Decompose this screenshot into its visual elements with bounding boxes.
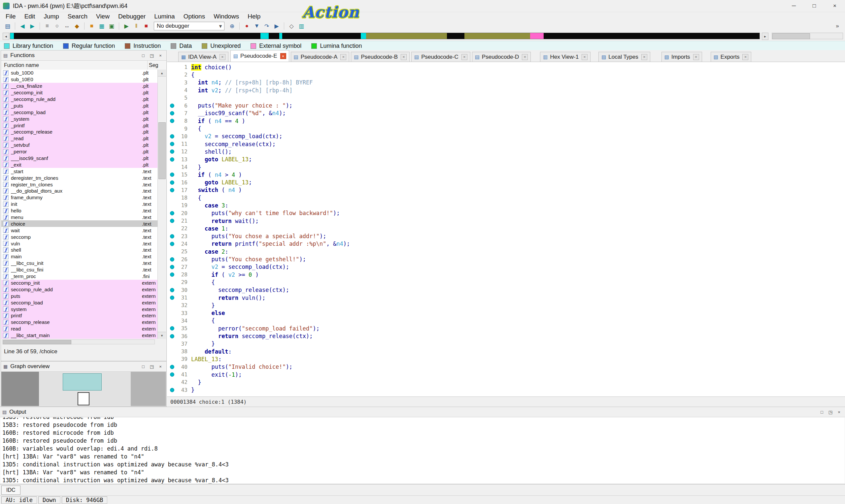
breakpoint-gutter[interactable] — [167, 340, 177, 348]
graph-overview-content[interactable] — [1, 372, 166, 406]
menu-item-options[interactable]: Options — [179, 12, 209, 21]
breakpoint-gutter[interactable] — [167, 363, 177, 371]
panel-close-icon[interactable]: × — [835, 409, 843, 415]
breakpoint-icon[interactable]: ● — [242, 22, 251, 30]
panel-float-icon[interactable]: ◳ — [148, 52, 156, 59]
tab-pseudocode-b[interactable]: ▤Pseudocode-B× — [351, 52, 410, 62]
panel-close-icon[interactable]: × — [157, 52, 164, 59]
function-row[interactable]: ƒvuln.text — [1, 240, 158, 247]
panel-maximize-icon[interactable]: □ — [140, 363, 147, 370]
breakpoint-gutter[interactable] — [167, 117, 177, 125]
breakpoint-gutter[interactable] — [167, 102, 177, 109]
breakpoint-gutter[interactable] — [167, 332, 177, 340]
breakpoint-dot[interactable] — [170, 334, 174, 338]
breakpoint-gutter[interactable] — [167, 94, 177, 102]
function-row[interactable]: ƒchoice.text — [1, 220, 158, 227]
function-row[interactable]: ƒframe_dummy.text — [1, 194, 158, 201]
console-input[interactable] — [23, 486, 842, 494]
breakpoint-dot[interactable] — [170, 104, 174, 108]
function-row[interactable]: ƒseccomp_initextern — [1, 280, 158, 286]
breakpoint-dot[interactable] — [170, 234, 174, 238]
function-row[interactable]: ƒ_system.plt — [1, 115, 158, 122]
function-row[interactable]: ƒ_seccomp_release.plt — [1, 129, 158, 135]
breakpoint-dot[interactable] — [170, 157, 174, 162]
breakpoint-gutter[interactable] — [167, 86, 177, 94]
tab-close-icon[interactable]: × — [522, 54, 528, 60]
forward-icon[interactable]: ▶ — [28, 22, 37, 30]
panel-float-icon[interactable]: ◳ — [827, 409, 834, 415]
panel-maximize-icon[interactable]: □ — [140, 52, 147, 59]
function-row[interactable]: ƒ_puts.plt — [1, 102, 158, 109]
hex-view-icon[interactable]: ▥ — [297, 22, 306, 30]
function-row[interactable]: ƒderegister_tm_clones.text — [1, 175, 158, 181]
function-row[interactable]: ƒ__libc_start_mainextern — [1, 332, 158, 339]
breakpoint-gutter[interactable] — [167, 148, 177, 155]
function-row[interactable]: ƒshell.text — [1, 247, 158, 253]
function-row[interactable]: ƒsub_10D0.plt — [1, 70, 158, 76]
function-row[interactable]: ƒmain.text — [1, 253, 158, 260]
function-row[interactable]: ƒ_setvbuf.plt — [1, 142, 158, 148]
pause-process-icon[interactable]: ‖ — [132, 22, 141, 30]
function-row[interactable]: ƒ_seccomp_rule_add.plt — [1, 96, 158, 103]
calculator-icon[interactable]: ▦ — [97, 22, 106, 30]
breakpoint-gutter[interactable] — [167, 125, 177, 132]
breakpoint-gutter[interactable] — [167, 240, 177, 248]
breakpoint-dot[interactable] — [170, 219, 174, 223]
panel-maximize-icon[interactable]: □ — [818, 409, 826, 415]
breakpoint-dot[interactable] — [170, 134, 174, 139]
menu-item-file[interactable]: File — [1, 12, 20, 21]
breakpoint-dot[interactable] — [170, 149, 174, 154]
function-row[interactable]: ƒinit.text — [1, 201, 158, 208]
menu-item-edit[interactable]: Edit — [20, 12, 40, 21]
console-selector-button[interactable]: IDC — [1, 486, 20, 495]
tab-close-icon[interactable]: × — [461, 54, 468, 60]
app-icon[interactable] — [3, 3, 10, 9]
breakpoint-gutter[interactable] — [167, 278, 177, 286]
functions-hscrollbar-thumb[interactable] — [3, 340, 71, 344]
function-row[interactable]: ƒseccomp_rule_addextern — [1, 286, 158, 292]
menu-item-windows[interactable]: Windows — [209, 12, 243, 21]
run-to-cursor-icon[interactable]: ▶ — [272, 22, 281, 30]
breakpoint-gutter[interactable] — [167, 109, 177, 117]
function-row[interactable]: ƒ__libc_csu_init.text — [1, 260, 158, 267]
breakpoint-gutter[interactable] — [167, 224, 177, 232]
breakpoint-dot[interactable] — [170, 111, 174, 115]
tab-local-types[interactable]: ▨Local Types× — [598, 52, 650, 62]
panel-float-icon[interactable]: ◳ — [148, 363, 156, 370]
tab-pseudocode-c[interactable]: ▤Pseudocode-C× — [411, 52, 470, 62]
minimize-button[interactable]: ─ — [784, 0, 804, 12]
breakpoint-gutter[interactable] — [167, 79, 177, 86]
navigation-band[interactable] — [10, 33, 760, 39]
breakpoint-gutter[interactable] — [167, 325, 177, 332]
tab-close-icon[interactable]: × — [340, 54, 346, 60]
breakpoint-gutter[interactable] — [167, 271, 177, 278]
breakpoint-gutter[interactable] — [167, 156, 177, 163]
breakpoint-gutter[interactable] — [167, 201, 177, 209]
tab-imports[interactable]: ▧Imports× — [662, 52, 702, 62]
breakpoint-dot[interactable] — [170, 211, 174, 215]
function-row[interactable]: ƒ_term_proc.fini — [1, 273, 158, 280]
functions-scrollbar-horizontal[interactable] — [2, 339, 155, 344]
maximize-button[interactable]: □ — [804, 0, 825, 12]
breakpoint-gutter[interactable] — [167, 248, 177, 255]
functions-scrollbar-vertical[interactable]: ▴ ▾ — [157, 70, 166, 339]
breakpoint-gutter[interactable] — [167, 371, 177, 378]
xrefs-icon[interactable]: ↔ — [63, 22, 72, 30]
breakpoint-gutter[interactable] — [167, 178, 177, 186]
close-button[interactable]: × — [825, 0, 845, 12]
stop-process-icon[interactable]: ■ — [142, 22, 151, 30]
tab-pseudocode-d[interactable]: ▤Pseudocode-D× — [472, 52, 531, 62]
function-row[interactable]: ƒprintfextern — [1, 312, 158, 319]
breakpoint-gutter[interactable] — [167, 194, 177, 201]
breakpoint-gutter[interactable] — [167, 348, 177, 355]
function-row[interactable]: ƒ__libc_csu_fini.text — [1, 267, 158, 273]
tab-hex-view-1[interactable]: ▥Hex View-1× — [540, 52, 591, 62]
function-row[interactable]: ƒseccomp_loadextern — [1, 299, 158, 306]
functions-scrollbar-thumb[interactable] — [158, 122, 166, 179]
function-row[interactable]: ƒ_perror.plt — [1, 148, 158, 155]
breakpoint-gutter[interactable] — [167, 286, 177, 294]
function-row[interactable]: ƒseccomp_releaseextern — [1, 319, 158, 326]
breakpoint-gutter[interactable] — [167, 171, 177, 178]
script-icon[interactable]: ▣ — [107, 22, 116, 30]
step-into-icon[interactable]: ▼ — [252, 22, 261, 30]
